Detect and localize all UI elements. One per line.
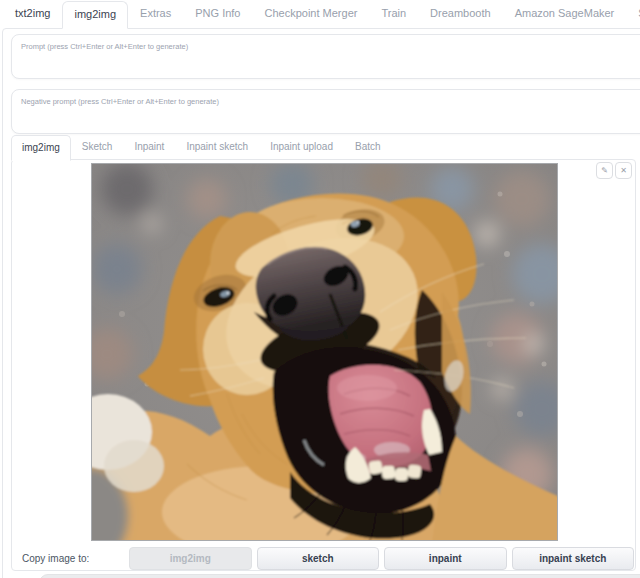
copy-to-inpaint-sketch-button[interactable]: inpaint sketch bbox=[512, 547, 635, 570]
main-tab-bar: txt2img img2img Extras PNG Info Checkpoi… bbox=[0, 0, 640, 28]
tab-inpaint-sketch[interactable]: Inpaint sketch bbox=[175, 134, 259, 160]
next-section-peek bbox=[39, 574, 640, 578]
tab-settings[interactable]: Settings bbox=[626, 0, 640, 28]
source-image[interactable] bbox=[92, 164, 557, 540]
tab-amazon-sagemaker[interactable]: Amazon SageMaker bbox=[503, 0, 627, 28]
tab-inpaint-upload[interactable]: Inpaint upload bbox=[259, 134, 344, 160]
tab-dreambooth[interactable]: Dreambooth bbox=[418, 0, 503, 28]
prompt-input[interactable] bbox=[11, 34, 640, 79]
copy-to-img2img-button[interactable]: img2img bbox=[129, 547, 252, 570]
app-window: txt2img img2img Extras PNG Info Checkpoi… bbox=[0, 0, 640, 578]
copy-image-to-label: Copy image to: bbox=[22, 553, 124, 564]
edit-image-icon[interactable]: ✎ bbox=[596, 162, 613, 179]
image-toolbar: ✎ ✕ bbox=[596, 162, 632, 179]
tab-batch[interactable]: Batch bbox=[344, 134, 392, 160]
tab-train[interactable]: Train bbox=[369, 0, 418, 28]
tab-png-info[interactable]: PNG Info bbox=[183, 0, 252, 28]
tab-img2img-mode[interactable]: img2img bbox=[11, 135, 71, 161]
img2img-mode-tab-bar: img2img Sketch Inpaint Inpaint sketch In… bbox=[11, 135, 392, 160]
tab-img2img[interactable]: img2img bbox=[62, 1, 128, 29]
img2img-source-panel: ✎ ✕ bbox=[11, 159, 636, 571]
tab-inpaint[interactable]: Inpaint bbox=[123, 134, 175, 160]
negative-prompt-input[interactable] bbox=[11, 89, 640, 134]
copy-to-inpaint-button[interactable]: inpaint bbox=[384, 547, 507, 570]
tab-txt2img[interactable]: txt2img bbox=[3, 0, 62, 28]
tab-checkpoint-merger[interactable]: Checkpoint Merger bbox=[252, 0, 369, 28]
pencil-icon: ✎ bbox=[601, 167, 608, 175]
close-icon: ✕ bbox=[620, 167, 627, 175]
img2img-tab-panel: img2img Sketch Inpaint Inpaint sketch In… bbox=[2, 28, 640, 578]
copy-to-sketch-button[interactable]: sketch bbox=[257, 547, 380, 570]
copy-image-to-row: Copy image to: img2img sketch inpaint in… bbox=[22, 546, 634, 570]
tab-sketch[interactable]: Sketch bbox=[71, 134, 124, 160]
dog-photo-illustration bbox=[92, 164, 557, 540]
tab-extras[interactable]: Extras bbox=[128, 0, 183, 28]
clear-image-icon[interactable]: ✕ bbox=[615, 162, 632, 179]
